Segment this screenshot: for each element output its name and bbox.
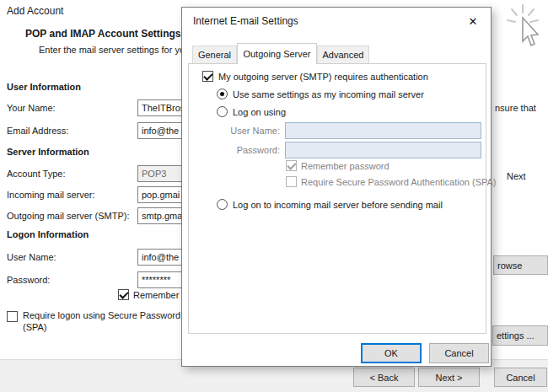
more-settings-button[interactable]: ettings ... xyxy=(492,325,548,346)
ok-button[interactable]: OK xyxy=(361,343,422,363)
smtp-auth-label: My outgoing server (SMTP) requires authe… xyxy=(218,72,428,82)
window-title: Add Account xyxy=(7,5,63,17)
next-button[interactable]: Next > xyxy=(418,368,480,387)
logon-password-label: Password: xyxy=(7,275,50,285)
logon-user-name-label: User Name: xyxy=(7,252,56,262)
checkmark-icon xyxy=(118,289,129,300)
cursor-icon xyxy=(502,3,545,54)
ensure-text-fragment: nsure that xyxy=(495,103,536,113)
checkmark-icon xyxy=(286,160,297,171)
tab-general[interactable]: General xyxy=(192,46,237,63)
dialog-password-label: Password: xyxy=(226,145,280,155)
checkmark-icon xyxy=(202,71,213,82)
screen: { "colors": { "accent": "#0078d7", "wind… xyxy=(0,0,548,392)
radio-log-on-incoming-label: Log on to incoming mail server before se… xyxy=(233,200,443,210)
cancel-button-dialog[interactable]: Cancel xyxy=(429,343,489,363)
dialog-user-name-input xyxy=(285,122,481,139)
tab-advanced[interactable]: Advanced xyxy=(317,46,369,63)
remember-password-label: Remember password xyxy=(301,161,390,171)
internet-email-settings-dialog: Internet E-mail Settings ✕ General Outgo… xyxy=(181,7,492,367)
your-name-label: Your Name: xyxy=(7,103,56,113)
radio-selected-icon xyxy=(217,89,228,99)
radio-log-on-using-label: Log on using xyxy=(233,107,286,117)
tab-outgoing-server[interactable]: Outgoing Server xyxy=(237,43,317,64)
next-text-fragment: Next xyxy=(507,171,526,181)
spa-label-line1: Require logon using Secure Password xyxy=(23,310,180,320)
incoming-mail-server-label: Incoming mail server: xyxy=(7,190,95,200)
spa-label: Require Secure Password Authentication (… xyxy=(301,177,497,187)
radio-icon xyxy=(217,199,228,210)
radio-same-settings-label: Use same settings as my incoming mail se… xyxy=(233,89,424,99)
browse-button[interactable]: rowse xyxy=(493,255,548,275)
page-subheading: Enter the mail server settings for your xyxy=(39,45,193,55)
close-icon[interactable]: ✕ xyxy=(464,13,482,30)
account-type-label: Account Type: xyxy=(7,169,66,179)
checkbox-icon xyxy=(7,311,18,322)
outgoing-mail-server-label: Outgoing mail server (SMTP): xyxy=(7,211,129,221)
tab-panel xyxy=(188,63,486,334)
back-button[interactable]: < Back xyxy=(353,368,415,387)
email-address-label: Email Address: xyxy=(7,126,68,136)
section-user-information: User Information xyxy=(7,82,81,92)
page-heading: POP and IMAP Account Settings xyxy=(25,28,180,40)
dialog-user-name-label: User Name: xyxy=(226,126,280,136)
section-server-information: Server Information xyxy=(7,147,89,157)
checkbox-icon xyxy=(286,176,297,187)
radio-icon xyxy=(217,106,228,117)
spa-label-line2: (SPA) xyxy=(23,322,47,332)
section-logon-information: Logon Information xyxy=(7,229,89,239)
cancel-button-wizard[interactable]: Cancel xyxy=(494,368,547,387)
dialog-password-input xyxy=(285,142,481,158)
dialog-title: Internet E-mail Settings xyxy=(193,15,298,27)
